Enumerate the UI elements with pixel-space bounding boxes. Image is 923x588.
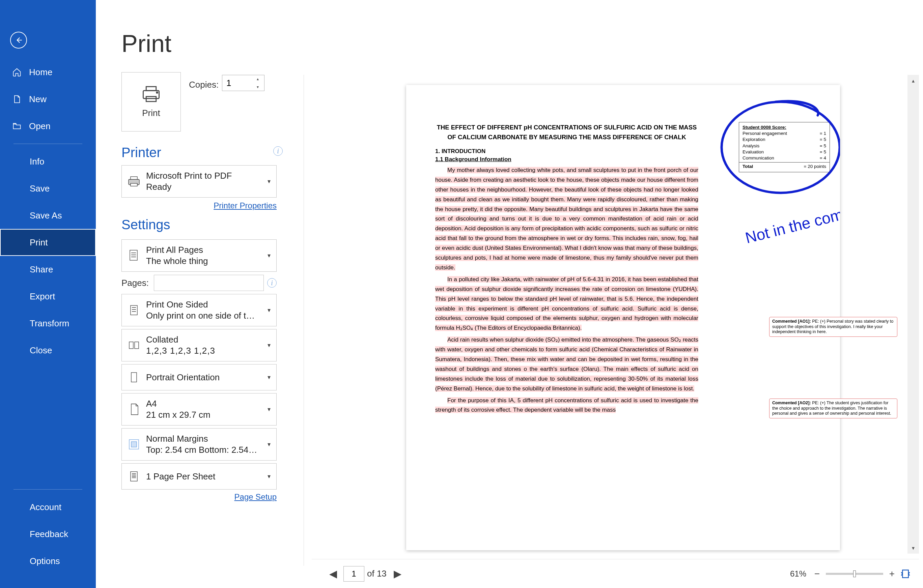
sidebar-item-feedback[interactable]: Feedback bbox=[0, 521, 96, 547]
margins-dropdown[interactable]: Normal Margins Top: 2.54 cm Bottom: 2.54… bbox=[122, 428, 277, 460]
chevron-down-icon: ▾ bbox=[261, 473, 276, 480]
pages-row: Pages: i bbox=[122, 274, 277, 291]
sidebar-item-transform[interactable]: Transform bbox=[0, 310, 96, 337]
doc-p4: For the purpose of this IA, 5 different … bbox=[435, 396, 698, 415]
preview-scrollbar[interactable]: ▴ ▾ bbox=[908, 75, 919, 554]
copies-label: Copies: bbox=[189, 80, 218, 90]
sidebar-label: Home bbox=[29, 67, 52, 77]
chevron-down-icon: ▾ bbox=[261, 252, 276, 259]
pages-input[interactable] bbox=[154, 275, 264, 291]
chevron-down-icon: ▾ bbox=[261, 306, 276, 314]
svg-rect-19 bbox=[130, 250, 137, 260]
copies-down[interactable]: ▾ bbox=[251, 83, 264, 91]
collate-icon bbox=[127, 339, 141, 352]
printer-properties-link[interactable]: Printer Properties bbox=[122, 201, 277, 210]
paper-size-dropdown[interactable]: A4 21 cm x 29.7 cm ▾ bbox=[122, 393, 277, 426]
page-setup-link[interactable]: Page Setup bbox=[122, 492, 277, 502]
doc-h2: 1.1 Background Information bbox=[435, 156, 698, 163]
svg-rect-18 bbox=[131, 183, 137, 186]
printer-status: Ready bbox=[146, 182, 258, 192]
sidebar-item-share[interactable]: Share bbox=[0, 256, 96, 283]
sidebar-item-print[interactable]: Print bbox=[0, 229, 96, 256]
separator bbox=[304, 75, 304, 566]
scroll-up[interactable]: ▴ bbox=[908, 75, 919, 86]
sidebar-label: Open bbox=[29, 121, 51, 131]
sidebar-item-saveas[interactable]: Save As bbox=[0, 202, 96, 229]
sidebar-item-account[interactable]: Account bbox=[0, 494, 96, 521]
sidebar-item-new[interactable]: New bbox=[0, 86, 96, 113]
scroll-down[interactable]: ▾ bbox=[908, 542, 919, 554]
pages-info-icon[interactable]: i bbox=[267, 278, 277, 288]
svg-rect-22 bbox=[135, 342, 139, 349]
zoom-in-button[interactable]: + bbox=[885, 567, 899, 581]
print-range-dropdown[interactable]: Print All Pages The whole thing ▾ bbox=[122, 239, 277, 272]
doc-p2: In a polluted city like Jakarta, with ra… bbox=[435, 275, 698, 333]
sidebar-item-export[interactable]: Export bbox=[0, 283, 96, 310]
chevron-down-icon: ▾ bbox=[261, 441, 276, 448]
zoom-out-button[interactable]: − bbox=[810, 567, 824, 581]
settings-section-heading: Settings bbox=[122, 217, 170, 232]
copies-up[interactable]: ▴ bbox=[251, 75, 264, 83]
page-per-sheet-icon bbox=[127, 470, 141, 483]
svg-rect-23 bbox=[131, 373, 136, 382]
chevron-down-icon: ▾ bbox=[261, 178, 276, 185]
zoom-slider[interactable] bbox=[826, 573, 883, 575]
svg-rect-20 bbox=[131, 305, 137, 315]
pages-per-sheet-dropdown[interactable]: 1 Page Per Sheet ▾ bbox=[122, 463, 277, 490]
pages-label: Pages: bbox=[122, 278, 154, 288]
sidebar-item-save[interactable]: Save bbox=[0, 175, 96, 202]
printer-icon bbox=[141, 86, 161, 103]
portrait-icon bbox=[127, 370, 141, 384]
print-button-label: Print bbox=[142, 108, 160, 118]
svg-rect-17 bbox=[131, 177, 137, 179]
printer-name: Microsoft Print to PDF bbox=[146, 170, 261, 181]
sidebar-item-options[interactable]: Options bbox=[0, 547, 96, 575]
print-button[interactable]: Print bbox=[122, 72, 181, 131]
copies-input[interactable] bbox=[222, 75, 251, 91]
open-icon bbox=[12, 121, 21, 131]
pages-icon bbox=[127, 249, 141, 262]
paper-icon bbox=[127, 403, 141, 416]
sidebar-item-open[interactable]: Open bbox=[0, 113, 96, 139]
svg-text:Not in the comment balloon!: Not in the comment balloon! bbox=[744, 183, 840, 247]
backstage-main: Print Print Copies: ▴▾ Printer i Microso… bbox=[96, 0, 923, 588]
margins-icon bbox=[127, 437, 141, 451]
sidebar-item-info[interactable]: Info bbox=[0, 148, 96, 175]
doc-p3: Acid rain results when sulphur dioxide (… bbox=[435, 335, 698, 393]
printer-section-heading: Printer bbox=[122, 145, 161, 160]
printer-device-icon bbox=[127, 175, 141, 188]
comment-balloon-1: Commented [AO1]: PE: (+) Personal story … bbox=[769, 317, 897, 337]
printer-info-icon[interactable]: i bbox=[273, 146, 283, 156]
backstage-sidebar: Home New Open Info Save Save As Print Sh… bbox=[0, 0, 96, 588]
sidebar-item-home[interactable]: Home bbox=[0, 59, 96, 86]
copies-spinner[interactable]: ▴▾ bbox=[222, 75, 264, 91]
svg-rect-29 bbox=[902, 570, 908, 578]
page-heading: Print bbox=[122, 29, 171, 57]
sides-dropdown[interactable]: Print One Sided Only print on one side o… bbox=[122, 294, 277, 326]
svg-point-15 bbox=[156, 92, 158, 93]
current-page-input[interactable] bbox=[343, 566, 365, 581]
orientation-dropdown[interactable]: Portrait Orientation ▾ bbox=[122, 364, 277, 390]
chevron-down-icon: ▾ bbox=[261, 373, 276, 381]
new-icon bbox=[12, 94, 21, 104]
doc-p1: My mother always loved collecting white … bbox=[435, 165, 698, 273]
doc-title: THE EFFECT OF DIFFERENT pH CONCENTRATION… bbox=[435, 123, 698, 142]
home-icon bbox=[12, 67, 21, 77]
collate-dropdown[interactable]: Collated 1,2,3 1,2,3 1,2,3 ▾ bbox=[122, 329, 277, 362]
preview-nav: ◀ of 13 ▶ 61% − + bbox=[312, 559, 919, 588]
score-box: Student 0008 Score: Personal engagement=… bbox=[739, 122, 830, 172]
chevron-down-icon: ▾ bbox=[261, 406, 276, 413]
sidebar-item-close[interactable]: Close bbox=[0, 337, 96, 364]
next-page-button[interactable]: ▶ bbox=[390, 566, 406, 581]
zoom-to-page-button[interactable] bbox=[899, 567, 912, 581]
chevron-down-icon: ▾ bbox=[261, 342, 276, 349]
svg-rect-13 bbox=[146, 86, 156, 90]
preview-page: THE EFFECT OF DIFFERENT pH CONCENTRATION… bbox=[406, 85, 840, 550]
print-preview: ▴ ▾ THE EFFECT OF DIFFERENT pH CONCENTRA… bbox=[312, 75, 919, 554]
svg-rect-21 bbox=[129, 342, 133, 349]
back-button[interactable] bbox=[10, 32, 27, 49]
printer-dropdown[interactable]: Microsoft Print to PDF Ready ▾ bbox=[122, 165, 277, 198]
prev-page-button[interactable]: ◀ bbox=[325, 566, 341, 581]
doc-h1: 1. INTRODUCTION bbox=[435, 148, 698, 155]
comment-balloon-2: Commented [AO2]: PE: (+) The student giv… bbox=[769, 398, 897, 418]
